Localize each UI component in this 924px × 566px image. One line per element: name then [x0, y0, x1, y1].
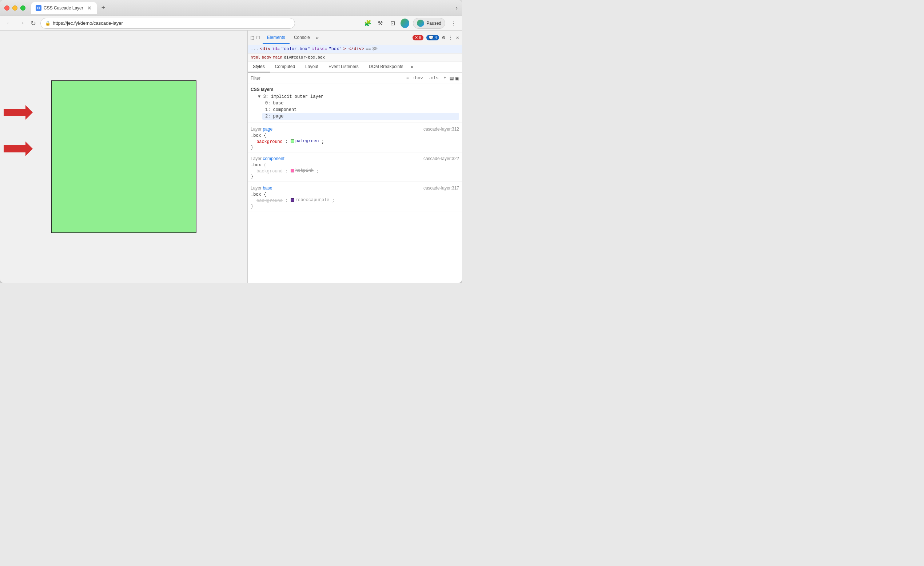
dom-attr-id: id= — [272, 47, 280, 52]
subtab-layout[interactable]: Layout — [300, 62, 323, 72]
dom-dollar-zero: $0 — [372, 47, 378, 52]
breadcrumb-body[interactable]: body — [262, 55, 272, 60]
rule-header-page: Layer page cascade-layer:312 — [250, 125, 459, 133]
color-swatch-page[interactable] — [291, 139, 294, 143]
color-name-base: rebeccapurple — [296, 198, 330, 203]
back-button[interactable]: ← — [4, 18, 14, 28]
rule-selector-component: .box { — [250, 162, 459, 168]
prop-value-base-bg: rebeccapurple — [291, 198, 330, 203]
color-name-component: hotpink — [296, 168, 314, 173]
rule-layer-link-page[interactable]: page — [262, 126, 273, 132]
rule-layer-label-page: Layer page — [250, 126, 273, 132]
filter-new-rule-icon[interactable]: ▤ — [450, 75, 454, 82]
styles-subtabs: Styles Computed Layout Event Listeners D… — [248, 62, 462, 73]
layer-page-label: 2: page — [265, 114, 284, 119]
color-name-page: palegreen — [296, 138, 319, 144]
rule-property-page-bg: background : palegreen ; — [250, 138, 459, 145]
selector-text-base: .box — [250, 192, 261, 197]
color-swatch-component[interactable] — [291, 169, 294, 173]
paused-button[interactable]: Paused — [413, 18, 445, 29]
rule-layer-link-base[interactable]: base — [262, 186, 272, 191]
rule-selector-page: .box { — [250, 133, 459, 138]
devtools-icon[interactable]: ⚒ — [376, 19, 384, 28]
title-bar: CSS Cascade Layer ✕ + › — [0, 0, 462, 16]
filter-input[interactable] — [250, 76, 404, 81]
arrow-2 — [4, 141, 33, 156]
filter-layers-icon[interactable]: ≡ — [406, 76, 409, 81]
layer-implicit-outer[interactable]: ▼ 3: implicit outer layer — [255, 93, 459, 100]
main-content: ⬚ □ Elements Console » ✕ 8 💬 4 ⚙ ⋮ — [0, 30, 462, 283]
rule-file-page[interactable]: cascade-layer:312 — [423, 126, 459, 132]
layer-tree: ▼ 3: implicit outer layer 0: base 1: com… — [250, 93, 459, 120]
subtab-styles[interactable]: Styles — [248, 62, 270, 72]
layer-component[interactable]: 1: component — [262, 107, 459, 113]
screen-icon[interactable]: ⊡ — [388, 19, 397, 28]
minimize-button[interactable] — [12, 6, 18, 11]
devtools-panel: ⬚ □ Elements Console » ✕ 8 💬 4 ⚙ ⋮ — [248, 30, 462, 283]
maximize-button[interactable] — [20, 6, 26, 11]
paused-label: Paused — [426, 21, 441, 26]
settings-icon[interactable]: ⚙ — [442, 35, 445, 41]
rule-brace-close-component: } — [250, 174, 459, 179]
new-tab-button[interactable]: + — [98, 3, 108, 13]
breadcrumb-div[interactable]: div#color-box.box — [284, 55, 325, 60]
rule-file-component[interactable]: cascade-layer:322 — [423, 156, 459, 161]
url-bar: ← → ↻ 🔒 https://jec.fyi/demo/cascade-lay… — [0, 16, 462, 30]
rule-layer-link-component[interactable]: component — [262, 156, 284, 161]
devtools-close-icon[interactable]: ✕ — [456, 35, 459, 41]
rule-brace-close-base: } — [250, 204, 459, 209]
reload-button[interactable]: ↻ — [29, 18, 38, 28]
svg-marker-2 — [4, 141, 33, 156]
layer-page[interactable]: 2: page — [262, 113, 459, 120]
subtab-event-listeners[interactable]: Event Listeners — [323, 62, 364, 72]
close-button[interactable] — [4, 6, 9, 11]
dom-selected-element: ... <div id="color-box" class="box" > </… — [248, 45, 462, 54]
tab-console[interactable]: Console — [290, 32, 314, 44]
warning-count: 4 — [435, 35, 437, 40]
dom-attr-id-value: "color-box" — [281, 47, 310, 52]
more-subtabs-icon[interactable]: » — [408, 62, 416, 72]
rule-header-component: Layer component cascade-layer:322 — [250, 155, 459, 162]
toolbar-icons: 🧩 ⚒ ⊡ Paused ⋮ — [363, 18, 458, 29]
css-layers-header: CSS layers — [250, 86, 459, 93]
devtools-more-icon[interactable]: ⋮ — [448, 35, 453, 41]
more-menu-icon[interactable]: ⋮ — [449, 19, 458, 28]
subtab-dom-breakpoints[interactable]: DOM Breakpoints — [364, 62, 408, 72]
rule-brace-close-page: } — [250, 145, 459, 150]
devtools-device-icon[interactable]: □ — [256, 35, 260, 41]
dom-attr-class-value: "box" — [328, 47, 342, 52]
breadcrumb-html[interactable]: html — [250, 55, 261, 60]
extensions-icon[interactable]: 🧩 — [363, 19, 372, 28]
filter-computed-icon[interactable]: ▣ — [456, 75, 459, 82]
profile-icon[interactable] — [400, 19, 409, 28]
prop-name-component-bg: background — [256, 169, 283, 174]
browser-tab[interactable]: CSS Cascade Layer ✕ — [31, 2, 97, 14]
url-input-wrapper[interactable]: 🔒 https://jec.fyi/demo/cascade-layer — [40, 18, 295, 29]
layer-label-text-base: Layer — [250, 186, 261, 191]
forward-button[interactable]: → — [17, 18, 26, 28]
layer-label-text-page: Layer — [250, 126, 261, 132]
devtools-cursor-icon[interactable]: ⬚ — [250, 35, 254, 41]
filter-hover[interactable]: :hov — [411, 75, 424, 81]
rule-property-base-bg: background : rebeccapurple ; — [250, 197, 459, 204]
tab-elements[interactable]: Elements — [262, 32, 290, 44]
more-tabs-icon[interactable]: » — [314, 35, 320, 41]
breadcrumb-main[interactable]: main — [273, 55, 283, 60]
tab-menu-button[interactable]: › — [456, 5, 458, 11]
filter-cls[interactable]: .cls — [427, 75, 440, 81]
layer-component-label: 1: component — [265, 107, 297, 113]
subtab-computed[interactable]: Computed — [270, 62, 300, 72]
devtools-tab-icons: ✕ 8 💬 4 ⚙ ⋮ ✕ — [412, 35, 459, 41]
rule-file-base[interactable]: cascade-layer:317 — [423, 186, 459, 191]
arrow-1 — [4, 105, 33, 120]
layer-base[interactable]: 0: base — [262, 100, 459, 107]
selector-text-component: .box — [250, 162, 261, 168]
tab-close-button[interactable]: ✕ — [87, 5, 92, 11]
lock-icon: 🔒 — [45, 21, 51, 26]
warning-badge: 💬 4 — [426, 35, 439, 41]
error-badge: ✕ 8 — [412, 35, 423, 41]
color-swatch-base[interactable] — [291, 198, 294, 202]
dom-ellipsis: ... — [250, 47, 259, 52]
breadcrumb: html body main div#color-box.box — [248, 54, 462, 62]
filter-add[interactable]: + — [442, 75, 448, 81]
